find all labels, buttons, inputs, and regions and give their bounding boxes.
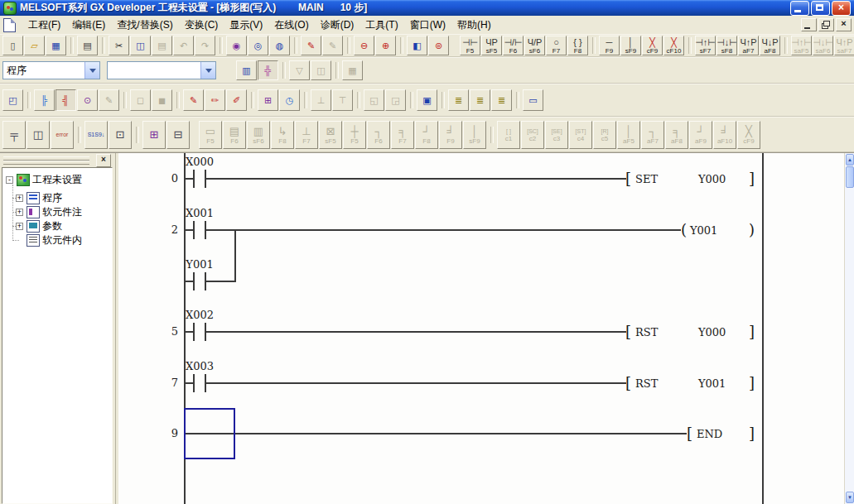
error-jump-button[interactable]: error	[51, 121, 74, 149]
program-check-button[interactable]: ◫	[27, 121, 50, 149]
instruction-op[interactable]: SET	[635, 173, 658, 185]
mdi-minimize-button[interactable]	[801, 18, 817, 31]
project-data-list-button[interactable]: ◰	[2, 89, 23, 111]
copy-button[interactable]: ◫	[130, 36, 151, 55]
scrollbar-thumb[interactable]	[846, 166, 854, 188]
contact-open-button[interactable]: ⊣⊢F5	[460, 36, 480, 55]
new-project-button[interactable]: ▯	[2, 36, 23, 55]
instruction-op[interactable]: RST	[635, 377, 658, 390]
time-monitor-button[interactable]: ◷	[279, 89, 300, 111]
step-sort-button[interactable]: S1S9↓	[84, 121, 108, 149]
horizontal-line-button[interactable]: ─F9	[599, 36, 620, 55]
contact-close-button[interactable]: ⊣/⊢F6	[503, 36, 523, 55]
write-list-button[interactable]: ✏	[205, 89, 225, 111]
close-button[interactable]: ×	[832, 1, 851, 16]
panel-close-button[interactable]: ×	[96, 154, 111, 167]
vertical-line-button[interactable]: │sF9	[620, 36, 641, 55]
monitor-stop-button[interactable]: ≣	[470, 89, 490, 111]
program-monitor-button[interactable]: ⊚	[428, 36, 449, 55]
program-type-combo[interactable]: 程序	[2, 61, 100, 79]
save-project-button[interactable]: ▦	[46, 36, 66, 55]
write-monitor-button[interactable]: ✐	[226, 89, 247, 111]
scroll-up-button[interactable]: ▲	[846, 154, 854, 166]
cut-button[interactable]: ✂	[109, 36, 129, 55]
ladder-canvas[interactable]: 0 X000 [ SET Y000 ] 2 X001 Y001 ( Y001	[118, 153, 844, 504]
menu-diagnostics[interactable]: 诊断(D)	[315, 16, 360, 35]
device-find-button[interactable]: ⊙	[77, 89, 98, 111]
application-instruction-button[interactable]: { }F8	[567, 36, 588, 55]
delete-vertical-line-button[interactable]: ╳cF10	[663, 36, 684, 55]
instruction-op[interactable]: RST	[635, 326, 658, 338]
print-button[interactable]: ▤	[77, 36, 98, 55]
instruction-device[interactable]: Y000	[698, 173, 726, 185]
delete-horizontal-line-button[interactable]: ╳cF9	[642, 36, 663, 55]
window-tile-button[interactable]: ◧	[407, 36, 427, 55]
tree-item-device-memory[interactable]: 软元件内	[27, 233, 82, 247]
monitor-mode-button[interactable]: ≣	[491, 89, 512, 111]
menu-view[interactable]: 显示(V)	[224, 16, 268, 35]
contact-label[interactable]: X000	[174, 156, 225, 168]
scroll-down-button[interactable]: ▼	[846, 492, 854, 503]
block-display-button[interactable]: ⊡	[109, 121, 132, 149]
device-label-button[interactable]: ╬	[258, 60, 278, 80]
tree-item-parameter[interactable]: + 参数	[16, 219, 62, 233]
minimize-button[interactable]	[790, 1, 809, 16]
write-mode-button[interactable]: ✎	[183, 89, 204, 111]
chevron-down-icon[interactable]	[84, 62, 99, 79]
menu-help[interactable]: 帮助(H)	[451, 16, 497, 35]
contact-label[interactable]: X001	[174, 207, 225, 219]
instruction-device[interactable]: Y000	[698, 326, 726, 338]
panel-gripper[interactable]	[3, 161, 89, 165]
contact-label[interactable]: X003	[174, 360, 225, 372]
menu-online[interactable]: 在线(O)	[268, 16, 314, 35]
mdi-restore-button[interactable]	[818, 18, 834, 31]
mdi-close-button[interactable]: ×	[836, 18, 852, 31]
contact-rising-or-button[interactable]: Ч↑РaF7	[738, 36, 759, 55]
instruction-device[interactable]: Y001	[698, 377, 726, 390]
menu-project[interactable]: 工程(F)	[22, 16, 66, 35]
block-sort-button[interactable]: ⊟	[166, 121, 190, 149]
contact-falling-or-button[interactable]: Ч↓РaF8	[760, 36, 780, 55]
expand-icon[interactable]: +	[16, 209, 23, 216]
find-button[interactable]: ◉	[226, 36, 247, 55]
ladder-write-button[interactable]: ✎	[301, 36, 321, 55]
edit-cursor[interactable]	[184, 408, 235, 459]
chevron-down-icon[interactable]	[200, 62, 215, 79]
menu-find-replace[interactable]: 查找/替换(S)	[111, 16, 178, 35]
instruction-device[interactable]: Y001	[690, 224, 717, 237]
contact-falling-pulse-button[interactable]: ⊣↓⊢sF8	[716, 36, 737, 55]
circuit-zoom-in-button[interactable]: ⊕	[375, 36, 396, 55]
maximize-button[interactable]	[811, 1, 830, 16]
vertical-scrollbar[interactable]: ▲ ▼	[844, 153, 854, 504]
window-grid-button[interactable]: ⊞	[258, 89, 278, 111]
expand-icon[interactable]: +	[16, 194, 23, 202]
instruction-list-button[interactable]: ╤	[2, 121, 26, 149]
menu-tools[interactable]: 工具(T)	[359, 16, 403, 35]
find-string-button[interactable]: ◍	[269, 36, 290, 55]
menu-convert[interactable]: 变换(C)	[179, 16, 224, 35]
monitor-start-button[interactable]: ≣	[448, 89, 469, 111]
contact-close-or-button[interactable]: Ч/РsF6	[524, 36, 545, 55]
contact-rising-pulse-button[interactable]: ⊣↑⊢sF7	[695, 36, 716, 55]
block-select-combo[interactable]	[107, 61, 216, 79]
contact-open-or-button[interactable]: ЧРsF5	[481, 36, 502, 55]
tree-item-project-root[interactable]: - 工程未设置	[6, 173, 82, 186]
tree-item-program[interactable]: + 程序	[16, 191, 62, 204]
program-list-button[interactable]: ▥	[236, 60, 257, 80]
grid-display-button[interactable]: ⊞	[142, 121, 166, 149]
contact-label[interactable]: Y001	[174, 258, 225, 271]
menu-edit[interactable]: 编辑(E)	[66, 16, 111, 35]
expand-icon[interactable]: +	[16, 223, 23, 230]
ladder-view-button[interactable]: ╠	[34, 89, 55, 111]
menu-window[interactable]: 窗口(W)	[404, 16, 451, 35]
circuit-zoom-out-button[interactable]: ⊖	[354, 36, 374, 55]
ladder-monitor-window-button[interactable]: ▭	[523, 89, 543, 111]
tree-item-device-comment[interactable]: + 软元件注	[16, 205, 82, 218]
open-project-button[interactable]: ▱	[24, 36, 45, 55]
instruction-op[interactable]: END	[697, 428, 722, 440]
coil-button[interactable]: ○F7	[546, 36, 567, 55]
find-device-button[interactable]: ◎	[248, 36, 268, 55]
contact-label[interactable]: X002	[174, 309, 225, 321]
ladder-view-2-button[interactable]: ╣	[55, 89, 76, 111]
collapse-icon[interactable]: -	[6, 176, 13, 184]
